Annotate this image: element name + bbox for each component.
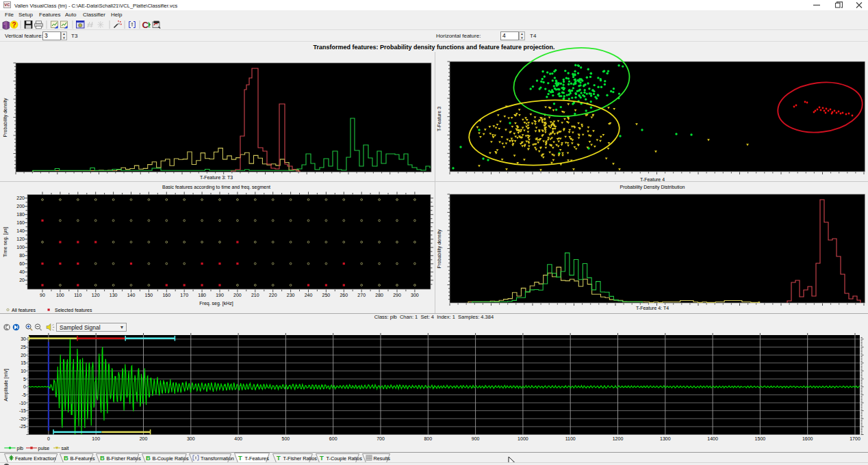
svg-text:300: 300 xyxy=(411,293,419,297)
svg-text:T: T xyxy=(320,454,324,462)
svg-text:80: 80 xyxy=(19,253,25,258)
svg-text:15: 15 xyxy=(21,360,26,365)
svg-text:190: 190 xyxy=(216,293,224,297)
svg-text:B-Features: B-Features xyxy=(71,455,95,462)
svg-text:T-Feature 3: T3: T-Feature 3: T3 xyxy=(200,175,233,180)
svg-text:25: 25 xyxy=(21,345,26,349)
svg-text:Transformation: Transformation xyxy=(201,455,234,462)
svg-text:pulse: pulse xyxy=(38,446,50,451)
svg-text:300: 300 xyxy=(187,436,195,441)
svg-text:90: 90 xyxy=(40,293,45,297)
svg-text:220: 220 xyxy=(269,293,277,297)
svg-text:1700: 1700 xyxy=(850,436,860,441)
svg-text:plb: plb xyxy=(17,446,23,451)
svg-text:-25: -25 xyxy=(19,424,26,429)
svg-text:100: 100 xyxy=(16,245,25,250)
svg-text:T: T xyxy=(238,454,242,462)
svg-text:10: 10 xyxy=(21,369,26,373)
svg-text:130: 130 xyxy=(110,293,118,297)
svg-text:T-Feature 4: T-Feature 4 xyxy=(640,177,665,182)
svg-text:20: 20 xyxy=(19,278,25,282)
svg-text:0: 0 xyxy=(47,436,50,441)
svg-text:Selected features: Selected features xyxy=(55,308,92,313)
svg-text:110: 110 xyxy=(74,293,81,297)
svg-text:400: 400 xyxy=(234,436,242,441)
svg-text:30: 30 xyxy=(21,336,26,341)
svg-text:900: 900 xyxy=(472,436,480,441)
svg-text:Probability Density Distributi: Probability Density Distribution xyxy=(620,185,685,190)
svg-text:1000: 1000 xyxy=(518,436,528,441)
svg-text:-15: -15 xyxy=(19,408,26,413)
svg-text:200: 200 xyxy=(16,204,25,209)
svg-text:Probability density: Probability density xyxy=(437,229,442,268)
svg-text:60: 60 xyxy=(19,261,25,266)
svg-text:B-Couple Ratios: B-Couple Ratios xyxy=(153,455,189,462)
svg-text:120: 120 xyxy=(92,293,100,297)
svg-text:B: B xyxy=(100,454,105,462)
svg-text:160: 160 xyxy=(162,293,170,297)
svg-text:20: 20 xyxy=(21,353,26,358)
svg-text:600: 600 xyxy=(329,436,337,441)
svg-text:290: 290 xyxy=(393,293,401,297)
svg-text:B-Fisher Ratios: B-Fisher Ratios xyxy=(107,455,142,462)
svg-text:1400: 1400 xyxy=(707,436,718,441)
svg-text:0: 0 xyxy=(23,384,26,389)
svg-text:170: 170 xyxy=(180,293,188,297)
svg-text:100: 100 xyxy=(92,436,100,441)
svg-text:700: 700 xyxy=(376,436,385,441)
svg-text:T-Fisher Ratios: T-Fisher Ratios xyxy=(283,455,318,462)
svg-text:240: 240 xyxy=(305,293,313,297)
svg-text:-5: -5 xyxy=(22,393,26,397)
svg-text:B: B xyxy=(146,454,151,462)
svg-text:210: 210 xyxy=(251,293,259,297)
svg-text:T-Feature 3: T-Feature 3 xyxy=(437,107,442,131)
svg-text:150: 150 xyxy=(145,293,153,297)
svg-text:120: 120 xyxy=(16,237,25,241)
svg-text:1100: 1100 xyxy=(565,436,576,441)
svg-text:C: C xyxy=(142,20,149,30)
svg-text:salt: salt xyxy=(62,446,69,451)
svg-text:-20: -20 xyxy=(19,416,26,421)
svg-text:T-Couple Ratios: T-Couple Ratios xyxy=(327,455,363,462)
svg-text:?: ? xyxy=(12,21,16,29)
svg-text:160: 160 xyxy=(16,220,25,225)
svg-text:B: B xyxy=(64,454,68,462)
svg-text:Basic features according to ti: Basic features according to time and fre… xyxy=(162,185,270,190)
svg-text:1600: 1600 xyxy=(802,436,813,441)
svg-text:800: 800 xyxy=(424,436,432,441)
svg-text:260: 260 xyxy=(340,293,348,297)
svg-text:Feature Extraction: Feature Extraction xyxy=(15,455,56,462)
svg-text:180: 180 xyxy=(198,293,206,297)
svg-text:200: 200 xyxy=(233,293,242,297)
svg-text:1300: 1300 xyxy=(660,436,671,441)
svg-text:1500: 1500 xyxy=(755,436,766,441)
svg-text:220: 220 xyxy=(16,196,25,200)
svg-text:1200: 1200 xyxy=(613,436,624,441)
svg-text:140: 140 xyxy=(16,228,25,233)
svg-text:5: 5 xyxy=(23,377,26,382)
svg-text:500: 500 xyxy=(282,436,290,441)
svg-text:Freq. seg. [kHz]: Freq. seg. [kHz] xyxy=(199,301,233,306)
svg-text:T-Features: T-Features xyxy=(245,455,270,462)
svg-text:-10: -10 xyxy=(19,401,26,406)
svg-text:200: 200 xyxy=(140,436,148,441)
svg-text:230: 230 xyxy=(287,293,295,297)
svg-text:280: 280 xyxy=(375,293,383,297)
svg-text:Amplitude [mV]: Amplitude [mV] xyxy=(3,369,9,401)
svg-text:140: 140 xyxy=(127,293,136,297)
svg-text:T: T xyxy=(277,454,281,462)
svg-text:250: 250 xyxy=(322,293,331,297)
svg-text:T-Feature 4: T4: T-Feature 4: T4 xyxy=(636,306,669,310)
svg-text:Probability density: Probability density xyxy=(3,98,8,137)
svg-text:100: 100 xyxy=(56,293,64,297)
svg-text:Time seg. [µs]: Time seg. [µs] xyxy=(3,227,8,257)
svg-text:40: 40 xyxy=(19,269,25,274)
svg-text:All features: All features xyxy=(12,308,36,313)
svg-text:Results: Results xyxy=(374,455,391,462)
svg-text:270: 270 xyxy=(357,293,366,297)
svg-text:180: 180 xyxy=(16,212,25,217)
